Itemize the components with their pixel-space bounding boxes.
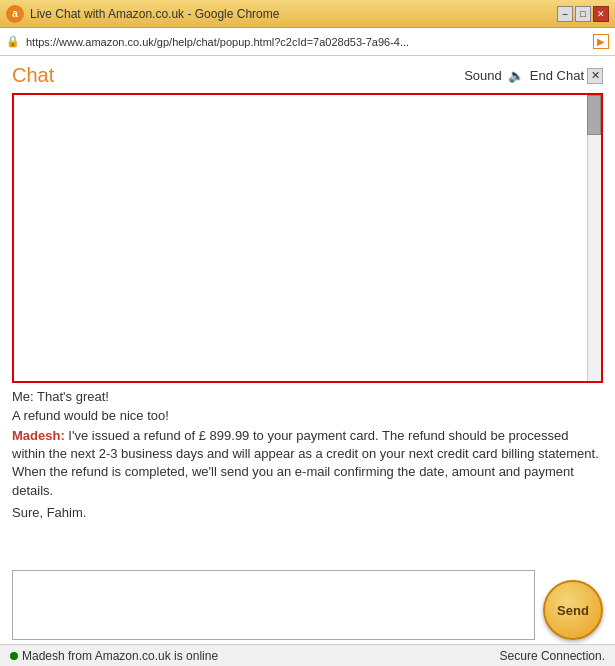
end-chat-close-icon[interactable]: ✕ bbox=[587, 68, 603, 84]
rss-button[interactable]: ▶ bbox=[593, 34, 609, 49]
message-me-2: A refund would be nice too! bbox=[12, 408, 603, 423]
message-agent: Madesh: I've issued a refund of £ 899.99… bbox=[12, 427, 603, 500]
chat-message-box bbox=[12, 93, 603, 383]
close-button[interactable]: ✕ bbox=[593, 6, 609, 22]
online-status: Madesh from Amazon.co.uk is online bbox=[10, 649, 218, 663]
amazon-icon: a bbox=[6, 5, 24, 23]
send-button[interactable]: Send bbox=[543, 580, 603, 640]
address-bar: 🔒 https://www.amazon.co.uk/gp/help/chat/… bbox=[0, 28, 615, 56]
end-chat-label: End Chat bbox=[530, 68, 584, 83]
message-me-1: Me: That's great! bbox=[12, 389, 603, 404]
address-text[interactable]: https://www.amazon.co.uk/gp/help/chat/po… bbox=[26, 36, 587, 48]
scroll-thumb[interactable] bbox=[587, 95, 601, 135]
online-text: Madesh from Amazon.co.uk is online bbox=[22, 649, 218, 663]
window-controls: – □ ✕ bbox=[557, 6, 609, 22]
maximize-button[interactable]: □ bbox=[575, 6, 591, 22]
agent-message-text: I've issued a refund of £ 899.99 to your… bbox=[12, 428, 599, 498]
sound-icon: 🔈 bbox=[508, 68, 524, 83]
minimize-button[interactable]: – bbox=[557, 6, 573, 22]
me-line1: Me: That's great! bbox=[12, 389, 109, 404]
chat-input[interactable] bbox=[12, 570, 535, 640]
status-bar: Madesh from Amazon.co.uk is online Secur… bbox=[0, 644, 615, 666]
sound-label: Sound bbox=[464, 68, 502, 83]
title-bar: a Live Chat with Amazon.co.uk - Google C… bbox=[0, 0, 615, 28]
title-bar-left: a Live Chat with Amazon.co.uk - Google C… bbox=[6, 5, 279, 23]
agent-sign-off: Sure, Fahim. bbox=[12, 505, 86, 520]
agent-name: Madesh: bbox=[12, 428, 65, 443]
input-area: Send bbox=[0, 566, 615, 644]
end-chat-button[interactable]: End Chat ✕ bbox=[530, 68, 603, 84]
chat-header: Chat Sound 🔈 End Chat ✕ bbox=[0, 56, 615, 93]
messages-area: Me: That's great! A refund would be nice… bbox=[0, 383, 615, 566]
lock-icon: 🔒 bbox=[6, 35, 20, 48]
chat-title: Chat bbox=[12, 64, 54, 87]
window-title: Live Chat with Amazon.co.uk - Google Chr… bbox=[30, 7, 279, 21]
scrollbar[interactable] bbox=[587, 95, 601, 381]
header-right: Sound 🔈 End Chat ✕ bbox=[464, 68, 603, 84]
online-dot-icon bbox=[10, 652, 18, 660]
secure-text: Secure Connection. bbox=[500, 649, 605, 663]
message-agent-signoff: Sure, Fahim. bbox=[12, 504, 603, 522]
chat-page: Chat Sound 🔈 End Chat ✕ Me: That's great… bbox=[0, 56, 615, 666]
me-line2: A refund would be nice too! bbox=[12, 408, 169, 423]
